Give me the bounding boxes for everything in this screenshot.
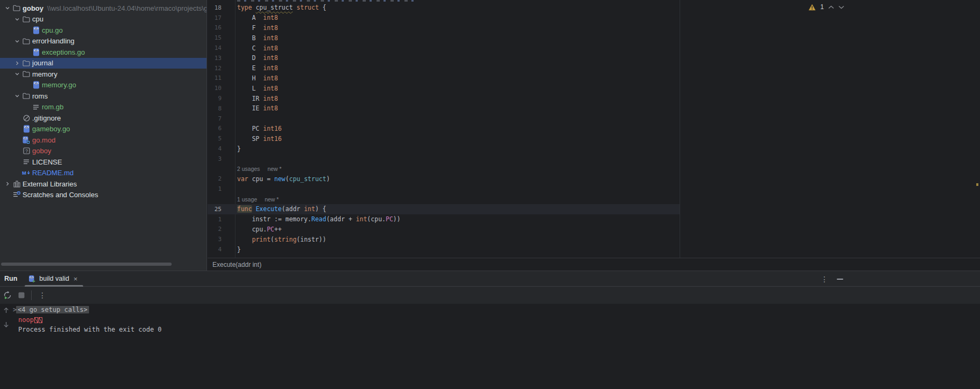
- chevron-right-icon[interactable]: [3, 181, 12, 186]
- tree-item-cpu-go[interactable]: cpu.go: [0, 25, 207, 36]
- line-number[interactable]: 13: [208, 55, 222, 62]
- code-line[interactable]: 4}: [208, 144, 980, 154]
- code-line[interactable]: 6 PC int16: [208, 124, 980, 134]
- line-number[interactable]: 1: [208, 185, 222, 192]
- line-number[interactable]: 18: [208, 4, 222, 11]
- chevron-down-icon[interactable]: [13, 17, 21, 22]
- console-line: noop: [0, 315, 980, 325]
- tree-item-license[interactable]: LICENSE: [0, 156, 207, 168]
- tree-item-label: LICENSE: [32, 158, 62, 166]
- line-number[interactable]: 15: [208, 34, 222, 41]
- tree-item-goboy[interactable]: ?goboy: [0, 146, 207, 157]
- run-console[interactable]: ><4 go setup calls>noopProcess finished …: [0, 304, 980, 389]
- tree-item-goboy[interactable]: goboy\\wsl.localhost\Ubuntu-24.04\home\r…: [0, 3, 207, 14]
- code-line[interactable]: 1 instr := memory.Read(addr + int(cpu.PC…: [208, 214, 980, 225]
- line-number[interactable]: 9: [208, 95, 222, 102]
- next-problem-icon[interactable]: [838, 5, 844, 9]
- code-line[interactable]: 4}: [208, 244, 980, 255]
- line-number[interactable]: 6: [208, 125, 222, 132]
- code-line[interactable]: 7: [208, 114, 980, 124]
- tree-item-label: goboy: [23, 4, 43, 12]
- line-number[interactable]: 11: [208, 74, 222, 81]
- tree-item-label: cpu: [32, 15, 43, 23]
- folded-output-chip[interactable]: <4 go setup calls>: [16, 306, 89, 313]
- tree-item-readme-md[interactable]: MREADME.md: [0, 168, 207, 179]
- line-number[interactable]: 3: [208, 155, 222, 162]
- code-line[interactable]: 18type cpu_struct struct {: [208, 3, 980, 13]
- line-number[interactable]: 8: [208, 105, 222, 112]
- run-tab-build-valid[interactable]: build valid ×: [25, 271, 83, 286]
- line-number[interactable]: 5: [208, 135, 222, 142]
- go-file-icon: [31, 26, 41, 34]
- code-lines: 18type cpu_struct struct {17 A int816 F …: [208, 0, 980, 255]
- tree-item-scratches-and-consoles[interactable]: Scratches and Consoles: [0, 190, 207, 201]
- code-line[interactable]: 16 F int8: [208, 23, 980, 33]
- tree-item-cpu[interactable]: cpu: [0, 14, 207, 25]
- code-text: }: [222, 246, 241, 253]
- code-line[interactable]: 3: [208, 154, 980, 164]
- chevron-down-icon[interactable]: [13, 71, 21, 77]
- tree-item-errorhandling[interactable]: errorHandling: [0, 36, 207, 47]
- line-number[interactable]: 25: [208, 206, 222, 213]
- tree-item-gameboy-go[interactable]: gameboy.go: [0, 124, 207, 135]
- code-line[interactable]: 13 D int8: [208, 53, 980, 63]
- line-number[interactable]: 4: [208, 145, 222, 152]
- tree-item-rom-gb[interactable]: rom.gb: [0, 102, 207, 113]
- tree-item-gitignore[interactable]: .gitignore: [0, 113, 207, 124]
- scratches-icon: [12, 191, 21, 198]
- fold-marker-icon[interactable]: >: [13, 306, 17, 313]
- code-line[interactable]: 1: [208, 184, 980, 194]
- line-number[interactable]: 7: [208, 115, 222, 122]
- code-line[interactable]: 10 L int8: [208, 83, 980, 93]
- breadcrumb[interactable]: Execute(addr int): [212, 261, 261, 268]
- rerun-button[interactable]: [1, 289, 14, 302]
- tree-item-memory-go[interactable]: memory.go: [0, 80, 207, 91]
- code-line[interactable]: 15 B int8: [208, 33, 980, 43]
- project-tree-horizontal-scrollbar[interactable]: [1, 263, 172, 266]
- chevron-down-icon[interactable]: [13, 39, 21, 44]
- line-number[interactable]: 10: [208, 85, 222, 92]
- toolbar-more-icon[interactable]: ⋮: [36, 289, 49, 302]
- tree-item-exceptions-go[interactable]: exceptions.go: [0, 47, 207, 58]
- line-number[interactable]: 2: [208, 226, 222, 233]
- code-editor[interactable]: 18type cpu_struct struct {17 A int816 F …: [208, 0, 980, 258]
- code-line[interactable]: 14 C int8: [208, 43, 980, 53]
- chevron-right-icon[interactable]: [13, 61, 21, 66]
- code-line[interactable]: 2 cpu.PC++: [208, 225, 980, 235]
- tree-item-go-mod[interactable]: go.mod: [0, 134, 207, 146]
- code-text: 2 usagesnew *: [222, 166, 282, 172]
- code-line[interactable]: 9 IR int8: [208, 93, 980, 103]
- line-number[interactable]: 2: [208, 175, 222, 182]
- chevron-down-icon[interactable]: [3, 5, 12, 11]
- close-tab-icon[interactable]: ×: [73, 275, 78, 282]
- code-line[interactable]: 17 A int8: [208, 13, 980, 23]
- prev-problem-icon[interactable]: [828, 5, 834, 9]
- code-line[interactable]: 11 H int8: [208, 73, 980, 84]
- code-line[interactable]: 25func Execute(addr int) {: [208, 204, 980, 214]
- code-line[interactable]: 12 E int8: [208, 63, 980, 73]
- line-number[interactable]: 14: [208, 44, 222, 51]
- tree-item-external-libraries[interactable]: External Libraries: [0, 178, 207, 190]
- code-line[interactable]: 5 SP int16: [208, 133, 980, 144]
- stop-button[interactable]: [15, 289, 28, 302]
- line-number[interactable]: 3: [208, 236, 222, 243]
- line-number[interactable]: 1: [208, 216, 222, 223]
- chevron-down-icon[interactable]: [13, 93, 21, 99]
- line-number[interactable]: 16: [208, 24, 222, 31]
- line-number[interactable]: 4: [208, 246, 222, 253]
- code-line[interactable]: 3 print(string(instr)): [208, 234, 980, 244]
- tree-item-label: go.mod: [32, 136, 55, 144]
- run-panel-more-icon[interactable]: ⋮: [821, 275, 828, 283]
- scrollbar-warning-stripe[interactable]: [976, 183, 978, 186]
- hide-tool-window-icon[interactable]: [837, 279, 843, 280]
- code-line[interactable]: 8 IE int8: [208, 103, 980, 114]
- line-number[interactable]: 17: [208, 14, 222, 21]
- code-line[interactable]: 2var cpu = new(cpu_struct): [208, 174, 980, 184]
- folder-icon: [21, 38, 31, 44]
- inspection-widget[interactable]: 1: [808, 2, 844, 12]
- tree-item-journal[interactable]: journal: [0, 58, 207, 69]
- tree-item-memory[interactable]: memory: [0, 69, 207, 80]
- tree-item-label: cpu.go: [42, 26, 63, 34]
- line-number[interactable]: 12: [208, 65, 222, 72]
- tree-item-roms[interactable]: roms: [0, 91, 207, 102]
